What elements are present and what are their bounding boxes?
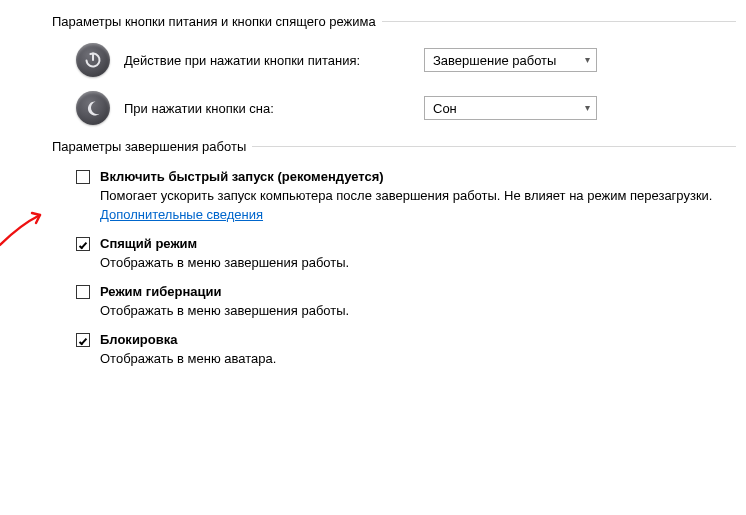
option-hibernate: Режим гибернации Отображать в меню завер… — [76, 283, 736, 321]
option-title: Блокировка — [100, 331, 736, 349]
option-desc-text: Помогает ускорить запуск компьютера посл… — [100, 188, 712, 203]
section-title-rule — [252, 146, 736, 147]
option-desc: Отображать в меню завершения работы. — [100, 302, 736, 321]
option-title: Включить быстрый запуск (рекомендуется) — [100, 168, 736, 186]
option-desc-text: Отображать в меню завершения работы. — [100, 303, 349, 318]
sleep-button-action-row: При нажатии кнопки сна: Сон ▾ — [76, 91, 736, 125]
option-desc: Отображать в меню аватара. — [100, 350, 736, 369]
chevron-down-icon: ▾ — [585, 103, 590, 113]
select-value: Завершение работы — [433, 53, 556, 68]
more-info-link[interactable]: Дополнительные сведения — [100, 207, 263, 222]
fast-startup-checkbox[interactable] — [76, 170, 90, 184]
sleep-button-action-select[interactable]: Сон ▾ — [424, 96, 597, 120]
section-title-text: Параметры кнопки питания и кнопки спящег… — [52, 14, 376, 29]
section-title-text: Параметры завершения работы — [52, 139, 246, 154]
moon-icon — [76, 91, 110, 125]
option-title: Режим гибернации — [100, 283, 736, 301]
option-fast-startup: Включить быстрый запуск (рекомендуется) … — [76, 168, 736, 225]
option-sleep: Спящий режим Отображать в меню завершени… — [76, 235, 736, 273]
power-button-action-row: Действие при нажатии кнопки питания: Зав… — [76, 43, 736, 77]
power-icon — [76, 43, 110, 77]
option-desc: Помогает ускорить запуск компьютера посл… — [100, 187, 736, 225]
option-desc-text: Отображать в меню завершения работы. — [100, 255, 349, 270]
section-power-buttons-title: Параметры кнопки питания и кнопки спящег… — [52, 14, 736, 29]
option-title: Спящий режим — [100, 235, 736, 253]
power-button-action-select[interactable]: Завершение работы ▾ — [424, 48, 597, 72]
chevron-down-icon: ▾ — [585, 55, 590, 65]
sleep-checkbox[interactable] — [76, 237, 90, 251]
sleep-button-action-label: При нажатии кнопки сна: — [124, 101, 424, 116]
option-lock: Блокировка Отображать в меню аватара. — [76, 331, 736, 369]
section-shutdown-settings-title: Параметры завершения работы — [52, 139, 736, 154]
select-value: Сон — [433, 101, 457, 116]
lock-checkbox[interactable] — [76, 333, 90, 347]
power-button-action-label: Действие при нажатии кнопки питания: — [124, 53, 424, 68]
hibernate-checkbox[interactable] — [76, 285, 90, 299]
option-desc: Отображать в меню завершения работы. — [100, 254, 736, 273]
section-title-rule — [382, 21, 736, 22]
option-desc-text: Отображать в меню аватара. — [100, 351, 276, 366]
